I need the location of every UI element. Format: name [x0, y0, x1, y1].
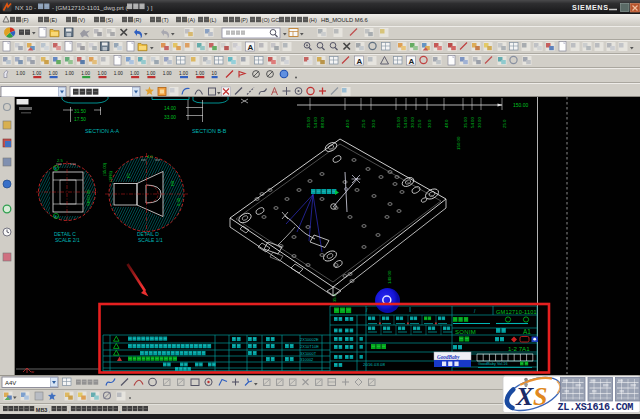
svg-text:(O): (O) — [262, 17, 270, 23]
svg-text:SCALE 1/1: SCALE 1/1 — [138, 237, 163, 243]
svg-text:SECTION B-B: SECTION B-B — [192, 128, 227, 134]
svg-text:SCALE 2/1: SCALE 2/1 — [55, 237, 80, 243]
svg-text:2X10T10E: 2X10T10E — [300, 344, 319, 349]
svg-text:(V): (V) — [78, 17, 86, 23]
svg-text:(E): (E) — [50, 17, 58, 23]
svg-text:30.00: 30.00 — [410, 116, 415, 128]
svg-text:(R): (R) — [134, 17, 142, 23]
svg-text:6.35: 6.35 — [176, 197, 181, 206]
svg-text:54.00: 54.00 — [470, 116, 475, 128]
svg-text:88.00: 88.00 — [320, 116, 325, 128]
svg-text:(F): (F) — [22, 17, 29, 23]
svg-text:A: A — [357, 57, 363, 66]
svg-text:2X10002E: 2X10002E — [300, 337, 319, 342]
svg-text:A: A — [409, 57, 415, 66]
svg-text:1.00: 1.00 — [65, 71, 74, 76]
svg-text:A: A — [248, 43, 254, 52]
svg-text:30.0: 30.0 — [371, 119, 376, 128]
svg-text:150.00: 150.00 — [513, 102, 529, 108]
svg-text:(A): (A) — [188, 17, 196, 23]
svg-text:(S): (S) — [106, 17, 114, 23]
svg-text:A1: A1 — [523, 328, 531, 335]
svg-text:ZL.XS1616.COM: ZL.XS1616.COM — [558, 402, 634, 413]
svg-text:X: X — [515, 382, 534, 411]
svg-text:w: w — [31, 369, 34, 374]
svg-text:40.0: 40.0 — [345, 119, 350, 128]
svg-text:A4V: A4V — [5, 380, 16, 386]
svg-text:1.00: 1.00 — [179, 71, 188, 76]
svg-text:GoodBaby Vol.16: GoodBaby Vol.16 — [478, 362, 508, 366]
svg-text:4.0: 4.0 — [147, 154, 153, 159]
svg-text:NX 10 -: NX 10 - — [15, 4, 36, 11]
svg-text:1.00: 1.00 — [130, 71, 139, 76]
svg-text:(35.00): (35.00) — [102, 162, 107, 176]
svg-text:(L): (L) — [210, 17, 217, 23]
svg-text:SONIM: SONIM — [455, 329, 476, 335]
svg-text:310002: 310002 — [300, 357, 314, 362]
svg-text:1.00: 1.00 — [16, 71, 25, 76]
svg-text:150.00: 150.00 — [456, 136, 461, 150]
svg-text:10: 10 — [212, 71, 218, 76]
svg-text:2.5: 2.5 — [57, 158, 63, 163]
svg-text:(SR6): (SR6) — [108, 170, 113, 182]
svg-text:31.50: 31.50 — [74, 109, 86, 114]
svg-text:48.0: 48.0 — [444, 119, 449, 128]
svg-text:(T): (T) — [162, 17, 169, 23]
svg-text:) ]: ) ] — [147, 4, 153, 11]
svg-text:1-2 7A1: 1-2 7A1 — [508, 345, 530, 352]
svg-text:1.00: 1.00 — [114, 71, 123, 76]
svg-text:33.00: 33.00 — [164, 115, 176, 120]
svg-text:- [GM12710-1101_dwg.prt (: - [GM12710-1101_dwg.prt ( — [52, 4, 128, 11]
svg-text:1.00: 1.00 — [163, 71, 172, 76]
svg-text:25.0: 25.0 — [502, 119, 507, 128]
svg-text:R2: R2 — [127, 173, 131, 178]
svg-text:30.00: 30.00 — [477, 116, 482, 128]
svg-text:R8: R8 — [170, 180, 175, 186]
svg-text:GM12710-1101: GM12710-1101 — [496, 309, 537, 315]
svg-text:(H): (H) — [309, 17, 317, 23]
svg-text:S: S — [533, 382, 547, 411]
svg-text:(P): (P) — [240, 17, 248, 23]
svg-text:149.00: 149.00 — [387, 270, 392, 284]
svg-text:35.00: 35.00 — [306, 116, 311, 128]
svg-text:MB3: MB3 — [36, 407, 48, 413]
svg-text:2016.03.08: 2016.03.08 — [363, 362, 386, 367]
svg-text:35.00: 35.00 — [463, 116, 468, 128]
svg-text:17.50: 17.50 — [74, 117, 86, 122]
svg-text:54.00: 54.00 — [313, 116, 318, 128]
svg-text:3X1000T: 3X1000T — [300, 351, 317, 356]
svg-text:1.00: 1.00 — [32, 71, 41, 76]
svg-text:54.00: 54.00 — [403, 116, 408, 128]
svg-text:SR10.00: SR10.00 — [86, 189, 91, 206]
svg-text:GC: GC — [271, 17, 279, 23]
svg-text:1.00: 1.00 — [81, 71, 90, 76]
svg-text:14.00: 14.00 — [164, 106, 176, 111]
svg-text:GoodBaby: GoodBaby — [437, 354, 460, 360]
svg-text:1.00: 1.00 — [98, 71, 107, 76]
svg-text:SIEMENS: SIEMENS — [572, 3, 609, 12]
svg-text:1.00: 1.00 — [195, 71, 204, 76]
svg-text:SECTION A-A: SECTION A-A — [85, 128, 120, 134]
svg-text:HB_MOULD M6.6: HB_MOULD M6.6 — [321, 17, 368, 23]
svg-text:25.0: 25.0 — [417, 119, 422, 128]
svg-text:1.00: 1.00 — [146, 71, 155, 76]
svg-text:35.00: 35.00 — [396, 116, 401, 128]
svg-text:25.0: 25.0 — [361, 119, 366, 128]
svg-text:1.00: 1.00 — [49, 71, 58, 76]
svg-text:30.0: 30.0 — [427, 119, 432, 128]
